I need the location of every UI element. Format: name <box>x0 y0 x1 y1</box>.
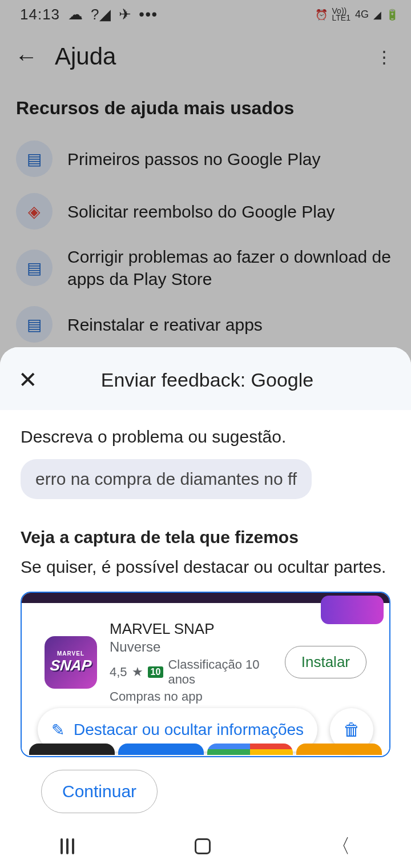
install-button[interactable]: Instalar <box>285 646 366 678</box>
screenshot-preview[interactable]: MARVEL SNAP MARVEL SNAP Nuverse 4,5 ★ 10… <box>21 592 390 757</box>
sheet-title: Enviar feedback: Google <box>42 369 372 391</box>
highlight-hide-label: Destacar ou ocultar informações <box>74 721 304 739</box>
screenshot-subtitle: Se quiser, é possível destacar ou oculta… <box>21 557 390 577</box>
sheet-header: ✕ Enviar feedback: Google <box>0 347 411 410</box>
continue-button[interactable]: Continuar <box>41 770 158 813</box>
home-button[interactable] <box>195 838 211 854</box>
age-badge: 10 <box>148 666 164 678</box>
feedback-prompt-label: Descreva o problema ou sugestão. <box>21 427 390 447</box>
close-icon[interactable]: ✕ <box>14 367 42 393</box>
app-iap: Compras no app <box>110 689 272 704</box>
app-publisher: Nuverse <box>110 639 272 655</box>
feedback-input[interactable]: erro na compra de diamantes no ff <box>21 459 312 499</box>
screenshot-title: Veja a captura de tela que fizemos <box>21 528 390 547</box>
back-button[interactable]: 〈 <box>331 833 350 859</box>
trash-icon: 🗑 <box>343 720 360 740</box>
app-name: MARVEL SNAP <box>110 620 272 638</box>
pencil-icon: ✎ <box>51 721 65 740</box>
app-listing-row: MARVEL SNAP MARVEL SNAP Nuverse 4,5 ★ 10… <box>45 620 366 704</box>
app-meta: 4,5 ★ 10 Classificação 10 anos <box>110 657 272 687</box>
screenshot-bottom-apps <box>27 744 384 755</box>
star-icon: ★ <box>132 665 143 680</box>
recents-button[interactable] <box>61 838 74 854</box>
system-nav-bar: 〈 <box>0 825 411 868</box>
feedback-sheet: ✕ Enviar feedback: Google Descreva o pro… <box>0 347 411 868</box>
app-icon: MARVEL SNAP <box>45 636 97 689</box>
